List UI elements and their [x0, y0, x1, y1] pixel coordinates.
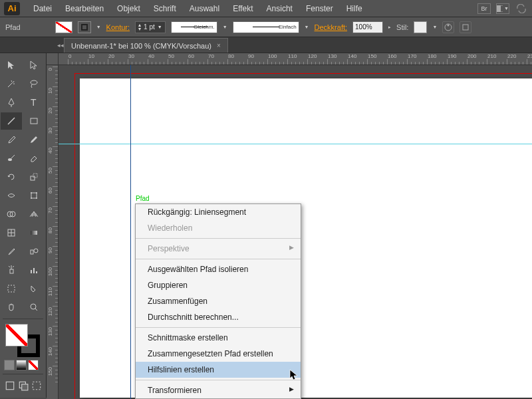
blend-tool[interactable] [23, 243, 45, 260]
document-tab[interactable]: Unbenannt-1* bei 100 % (CMYK/Vorschau) × [64, 38, 228, 53]
ruler-origin[interactable] [47, 53, 59, 65]
context-menu-item[interactable]: Hilfslinien erstellen [136, 362, 301, 378]
context-menu-item[interactable]: Ausgewählten Pfad isolieren [136, 261, 301, 277]
svg-point-14 [36, 192, 37, 194]
artboard-tool[interactable] [1, 280, 22, 297]
style-label: Stil: [396, 23, 408, 31]
svg-rect-27 [8, 285, 15, 292]
gradient-tool[interactable] [23, 224, 45, 241]
lasso-tool[interactable] [23, 75, 45, 92]
rotate-tool[interactable] [1, 168, 22, 186]
context-menu-item[interactable]: Rückgängig: Liniensegment [136, 204, 301, 220]
horizontal-guide[interactable] [59, 144, 532, 144]
ruler-v-label: 120 [47, 307, 53, 316]
fill-swatch[interactable] [55, 21, 72, 33]
menu-schrift[interactable]: Schrift [147, 1, 183, 16]
style-swatch[interactable] [414, 21, 427, 33]
workspace-switcher[interactable]: ▼ [496, 3, 509, 14]
magic-wand-tool[interactable] [1, 75, 22, 92]
context-menu-item[interactable]: Zusammengesetzten Pfad erstellen [136, 346, 301, 362]
context-menu-item: Perspektive▶ [136, 241, 301, 257]
ruler-h-label: 40 [148, 53, 154, 59]
menu-auswahl[interactable]: Auswahl [183, 1, 226, 16]
slice-tool[interactable] [23, 280, 45, 297]
context-menu: Rückgängig: LiniensegmentWiederholenPers… [135, 203, 301, 399]
context-menu-item[interactable]: Zusammenfügen [136, 293, 301, 309]
bridge-icon[interactable]: Br [477, 3, 491, 14]
context-menu-item[interactable]: Transformieren▶ [136, 382, 301, 398]
draw-mode-behind[interactable] [18, 380, 29, 392]
menu-effekt[interactable]: Effekt [226, 1, 259, 16]
opacity-input[interactable]: 100% [352, 21, 383, 33]
align-panel-icon[interactable] [460, 21, 471, 33]
profile-dropdown[interactable]: Gleichm. [171, 21, 217, 33]
pen-tool[interactable] [1, 94, 22, 111]
rectangle-tool[interactable] [23, 112, 45, 130]
menu-bearbeiten[interactable]: Bearbeiten [59, 1, 110, 16]
ruler-h-label: 60 [188, 53, 194, 59]
ruler-h-label: 120 [308, 53, 317, 59]
draw-mode-normal[interactable] [5, 380, 15, 392]
color-mode-none[interactable] [28, 360, 39, 370]
width-tool[interactable] [1, 187, 22, 204]
direct-selection-tool[interactable] [23, 57, 45, 74]
close-icon[interactable]: × [217, 42, 221, 49]
line-segment-tool[interactable] [1, 112, 22, 130]
brush-dropdown[interactable]: Einfach [233, 21, 299, 33]
fill-stroke-indicator[interactable] [0, 321, 46, 358]
context-menu-item[interactable]: Durchschnitt berechnen... [136, 309, 301, 325]
mesh-tool[interactable] [1, 224, 22, 241]
sync-icon[interactable] [515, 3, 528, 14]
ruler-horizontal[interactable]: 0102030405060708090100110120130140150160… [59, 53, 532, 65]
pencil-tool[interactable] [23, 131, 45, 148]
symbol-sprayer-tool[interactable] [1, 261, 22, 279]
menu-datei[interactable]: Datei [27, 1, 59, 16]
draw-mode-inside[interactable] [31, 380, 42, 392]
canvas[interactable]: Pfad Rückgängig: LiniensegmentWiederhole… [59, 65, 532, 399]
opacity-label[interactable]: Deckkraft: [315, 23, 348, 31]
perspective-grid-tool[interactable] [23, 205, 45, 223]
menu-hilfe[interactable]: Hilfe [340, 1, 369, 16]
ruler-h-label: 200 [467, 53, 476, 59]
ruler-h-label: 90 [248, 53, 254, 59]
ruler-h-label: 210 [487, 53, 496, 59]
ruler-v-label: 100 [47, 267, 53, 276]
ruler-v-label: 130 [47, 327, 53, 336]
selection-tool[interactable] [1, 57, 22, 74]
layout-icon [497, 5, 503, 12]
context-menu-separator [136, 327, 301, 328]
color-mode-solid[interactable] [4, 360, 15, 370]
free-transform-tool[interactable] [23, 187, 45, 204]
eraser-tool[interactable] [23, 150, 45, 167]
ruler-vertical[interactable]: 0102030405060708090100110120130140150 [47, 65, 59, 399]
hand-tool[interactable] [1, 299, 22, 316]
menu-ansicht[interactable]: Ansicht [260, 1, 299, 16]
eyedropper-tool[interactable] [1, 243, 22, 260]
controlbar: Pfad ▼ Kontur: ▴▾ 1 pt ▼ Gleichm. ▼ Einf… [0, 17, 532, 37]
tab-collapse-icon[interactable]: ◂◂ [57, 38, 64, 53]
paintbrush-tool[interactable] [1, 131, 22, 148]
fill-box[interactable] [5, 324, 28, 346]
column-graph-tool[interactable] [23, 261, 45, 279]
scale-tool[interactable] [23, 168, 45, 186]
context-menu-item[interactable]: Gruppieren [136, 277, 301, 293]
ruler-v-label: 80 [47, 227, 53, 233]
stroke-weight-input[interactable]: ▴▾ 1 pt ▼ [135, 21, 166, 33]
stroke-label[interactable]: Kontur: [106, 23, 130, 31]
color-mode-gradient[interactable] [16, 360, 27, 370]
shape-builder-tool[interactable] [1, 205, 22, 223]
zoom-tool[interactable] [23, 299, 45, 316]
vertical-guide-selected-path[interactable] [130, 65, 131, 399]
document-tabbar: ◂◂ Unbenannt-1* bei 100 % (CMYK/Vorschau… [0, 37, 532, 53]
type-tool[interactable]: T [23, 94, 45, 111]
context-menu-item[interactable]: Schnittmaske erstellen [136, 330, 301, 346]
selection-label: Pfad [136, 195, 150, 202]
stroke-swatch[interactable] [78, 21, 91, 33]
svg-rect-26 [36, 271, 37, 273]
blob-brush-tool[interactable] [1, 150, 22, 167]
tools-panel: T [0, 53, 47, 398]
menu-objekt[interactable]: Objekt [110, 1, 147, 16]
ruler-h-label: 190 [448, 53, 456, 59]
recolor-icon[interactable] [442, 21, 454, 33]
menu-fenster[interactable]: Fenster [299, 1, 340, 16]
